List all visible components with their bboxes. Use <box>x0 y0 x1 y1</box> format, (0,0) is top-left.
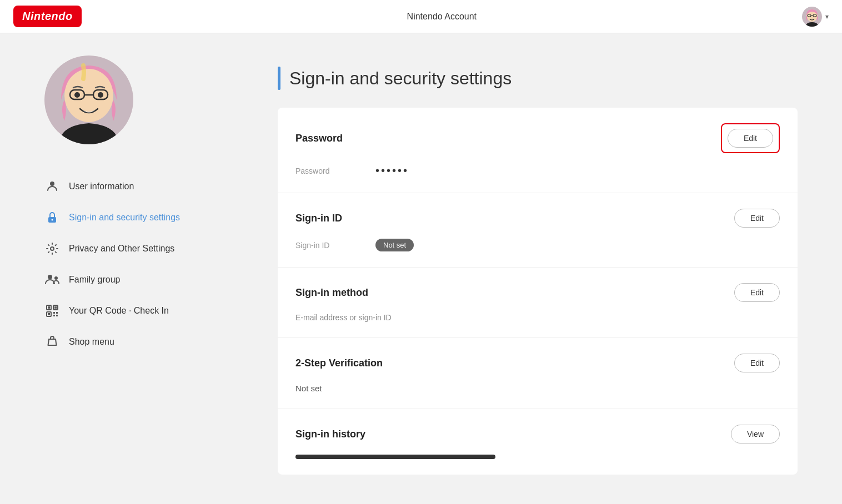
svg-point-15 <box>51 247 54 250</box>
sign-in-history-bar <box>295 455 495 459</box>
sidebar-avatar-container <box>44 56 233 144</box>
sidebar-nav: User information Sign-in and security se… <box>44 171 233 357</box>
sign-in-method-section-header: Sign-in method Edit <box>295 283 780 302</box>
two-step-value: Not set <box>295 384 780 393</box>
sidebar-item-privacy-settings[interactable]: Privacy and Other Settings <box>44 233 233 264</box>
sidebar-item-label: User information <box>69 182 134 191</box>
sign-in-method-title: Sign-in method <box>295 287 368 299</box>
sidebar-item-user-information[interactable]: User information <box>44 171 233 202</box>
svg-point-10 <box>74 92 80 98</box>
nintendo-logo[interactable]: Nintendo <box>13 6 82 27</box>
svg-rect-23 <box>48 313 50 315</box>
password-dots: •••••• <box>375 164 409 177</box>
sign-in-method-desc: E-mail address or sign-in ID <box>295 313 780 322</box>
two-step-title: 2-Step Verification <box>295 357 383 369</box>
password-section-header: Password Edit <box>295 123 780 153</box>
sidebar-item-qr-code[interactable]: Your QR Code · Check In <box>44 295 233 326</box>
page-title-text: Sign-in and security settings <box>289 68 512 89</box>
sidebar-avatar <box>44 56 133 144</box>
password-field-row: Password •••••• <box>295 164 780 177</box>
sign-in-method-section: Sign-in method Edit E-mail address or si… <box>278 268 798 338</box>
sign-in-id-title: Sign-in ID <box>295 213 342 224</box>
title-accent-bar <box>278 67 280 90</box>
sidebar-item-label: Sign-in and security settings <box>69 213 180 223</box>
bag-icon <box>44 334 60 350</box>
sign-in-method-edit-button[interactable]: Edit <box>734 283 780 302</box>
two-step-edit-button[interactable]: Edit <box>734 354 780 372</box>
password-section: Password Edit Password •••••• <box>278 108 798 193</box>
sign-in-id-field-label: Sign-in ID <box>295 241 362 250</box>
sign-in-history-title: Sign-in history <box>295 429 365 440</box>
sign-in-history-section-header: Sign-in history View <box>295 425 780 443</box>
svg-point-11 <box>98 92 103 98</box>
sidebar-item-sign-in-security[interactable]: Sign-in and security settings <box>44 202 233 233</box>
svg-point-14 <box>52 219 53 221</box>
password-title: Password <box>295 133 343 144</box>
sidebar: User information Sign-in and security se… <box>0 33 255 504</box>
sign-in-id-field-row: Sign-in ID Not set <box>295 239 780 251</box>
avatar <box>802 7 822 27</box>
sign-in-id-section-header: Sign-in ID Edit <box>295 209 780 228</box>
svg-point-16 <box>48 275 52 279</box>
sidebar-item-family-group[interactable]: Family group <box>44 264 233 295</box>
password-field-label: Password <box>295 167 362 175</box>
family-icon <box>44 272 60 288</box>
two-step-section-header: 2-Step Verification Edit <box>295 354 780 372</box>
main-content: Sign-in and security settings Password E… <box>255 33 842 504</box>
qr-icon <box>44 303 60 319</box>
page-layout: User information Sign-in and security se… <box>0 33 842 504</box>
svg-point-12 <box>50 182 54 186</box>
page-title: Sign-in and security settings <box>278 67 798 90</box>
svg-rect-22 <box>54 306 57 309</box>
sign-in-history-section: Sign-in history View <box>278 409 798 475</box>
sign-in-id-edit-button[interactable]: Edit <box>734 209 780 228</box>
svg-rect-27 <box>56 315 58 316</box>
person-icon <box>44 179 60 194</box>
svg-rect-26 <box>53 315 55 316</box>
logo-text: Nintendo <box>22 10 73 23</box>
password-edit-button[interactable]: Edit <box>728 129 773 148</box>
svg-rect-21 <box>48 306 50 309</box>
sidebar-item-label: Privacy and Other Settings <box>69 244 174 254</box>
sign-in-id-section: Sign-in ID Edit Sign-in ID Not set <box>278 193 798 268</box>
header-user-menu[interactable]: ▾ <box>802 7 829 27</box>
gear-icon <box>44 241 60 256</box>
chevron-down-icon: ▾ <box>825 13 829 21</box>
lock-icon <box>44 210 60 225</box>
svg-point-17 <box>54 276 58 280</box>
password-edit-wrapper: Edit <box>721 123 780 153</box>
sidebar-item-shop-menu[interactable]: Shop menu <box>44 326 233 357</box>
sign-in-history-view-button[interactable]: View <box>731 425 780 443</box>
svg-rect-25 <box>56 312 58 314</box>
header-title: Nintendo Account <box>407 12 477 22</box>
sidebar-item-label: Shop menu <box>69 337 114 347</box>
settings-card: Password Edit Password •••••• Sign-in ID… <box>278 108 798 475</box>
sign-in-id-badge: Not set <box>375 239 414 251</box>
sidebar-item-label: Family group <box>69 275 120 285</box>
header: Nintendo Nintendo Account <box>0 0 842 33</box>
sidebar-item-label: Your QR Code · Check In <box>69 306 169 316</box>
two-step-section: 2-Step Verification Edit Not set <box>278 338 798 409</box>
svg-rect-24 <box>53 312 55 314</box>
